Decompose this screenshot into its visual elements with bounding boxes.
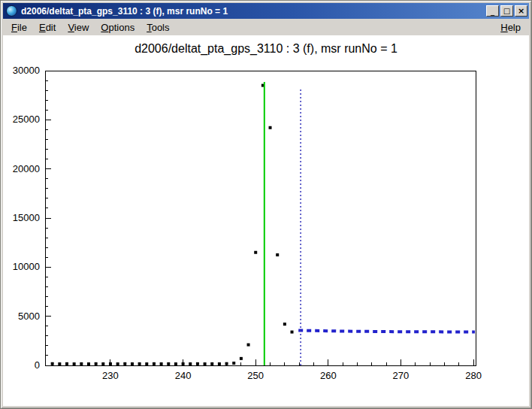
root-canvas[interactable]: d2006/deltat_pta_gps_3110 : 3 (f), msr r… <box>3 35 529 406</box>
menu-view[interactable]: View <box>62 20 95 35</box>
app-window: d2006/deltat_pta_gps_3110 : 3 (f), msr r… <box>0 0 532 409</box>
svg-text:0: 0 <box>35 359 40 371</box>
title-bar[interactable]: d2006/deltat_pta_gps_3110 : 3 (f), msr r… <box>3 3 529 19</box>
menu-file[interactable]: File <box>5 20 33 35</box>
svg-text:260: 260 <box>320 370 337 381</box>
close-button[interactable]: × <box>515 5 527 17</box>
menu-help[interactable]: Help <box>494 20 527 35</box>
svg-text:230: 230 <box>102 370 119 381</box>
svg-text:20000: 20000 <box>13 163 40 174</box>
svg-text:25000: 25000 <box>13 114 40 125</box>
maximize-button[interactable]: □ <box>500 5 513 17</box>
svg-text:15000: 15000 <box>13 212 40 223</box>
menu-tools[interactable]: Tools <box>141 20 175 35</box>
menu-options[interactable]: Options <box>95 20 141 35</box>
svg-text:240: 240 <box>175 370 192 381</box>
svg-text:270: 270 <box>393 370 410 381</box>
svg-text:250: 250 <box>247 370 264 381</box>
svg-text:30000: 30000 <box>13 65 40 76</box>
svg-text:280: 280 <box>465 370 482 381</box>
svg-text:10000: 10000 <box>13 261 40 272</box>
window-title: d2006/deltat_pta_gps_3110 : 3 (f), msr r… <box>21 6 485 17</box>
svg-text:5000: 5000 <box>18 311 40 322</box>
minimize-button[interactable]: _ <box>486 5 499 17</box>
app-icon <box>6 5 17 17</box>
plot-svg[interactable]: 2302402502602702800500010000150002000025… <box>3 35 529 406</box>
menu-bar: File Edit View Options Tools Help <box>3 19 529 35</box>
menu-edit[interactable]: Edit <box>33 20 62 35</box>
